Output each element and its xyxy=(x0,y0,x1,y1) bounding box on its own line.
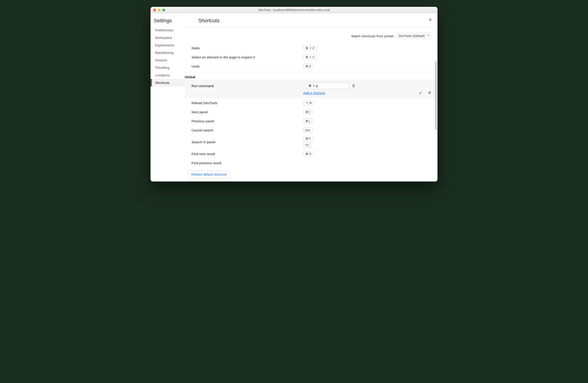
add-shortcut-link[interactable]: Add a shortcut xyxy=(303,91,325,95)
keyboard-shortcut: ⌥ R xyxy=(303,100,314,106)
sidebar-item-workspace[interactable]: Workspace xyxy=(150,34,185,41)
shortcut-row: Previous panel⌘ [ xyxy=(185,116,438,126)
sidebar-item-devices[interactable]: Devices xyxy=(150,57,185,64)
window-close-icon[interactable] xyxy=(153,9,156,11)
shortcut-label: Reload DevTools xyxy=(191,101,303,105)
close-icon[interactable]: ✕ xyxy=(429,17,432,22)
shortcut-row: Find previous result xyxy=(185,158,438,167)
window-titlebar: DevTools - localhost:8080/demo/accessibl… xyxy=(150,7,438,13)
sidebar-item-locations[interactable]: Locations xyxy=(150,71,185,79)
shortcuts-scroll: Redo⌘ ⇧ ZSelect an element in the page t… xyxy=(185,43,438,181)
restore-defaults-button[interactable]: Restore default shortcuts xyxy=(188,171,230,178)
shortcut-edit-row: Run command🗑Add a shortcut✓✕ xyxy=(185,80,438,98)
devtools-settings-window: DevTools - localhost:8080/demo/accessibl… xyxy=(150,7,438,181)
keyboard-shortcut: ⌘ Z xyxy=(303,64,313,69)
confirm-icon[interactable]: ✓ xyxy=(419,90,423,96)
sidebar-item-shortcuts[interactable]: Shortcuts xyxy=(150,79,185,86)
sidebar-item-experiments[interactable]: Experiments xyxy=(150,41,185,49)
sidebar-item-preferences[interactable]: Preferences xyxy=(150,26,185,34)
shortcut-label: Search in panel xyxy=(191,140,303,144)
window-zoom-icon[interactable] xyxy=(162,9,165,11)
shortcut-row: Select an element in the page to inspect… xyxy=(185,53,438,62)
settings-main: ✕ Shortcuts Match shortcuts from preset … xyxy=(185,13,438,181)
shortcut-keys: ⌘ FF3 xyxy=(303,136,431,148)
preset-label: Match shortcuts from preset xyxy=(351,34,394,38)
settings-sidebar: Settings PreferencesWorkspaceExperiments… xyxy=(150,13,185,181)
trash-icon[interactable]: 🗑 xyxy=(352,84,356,88)
keyboard-shortcut: ⌘ [ xyxy=(303,118,312,124)
shortcut-label: Previous panel xyxy=(191,119,303,123)
shortcut-label: Undo xyxy=(191,64,303,68)
section-heading: Global xyxy=(185,72,438,80)
keyboard-shortcut: ⌘ ] xyxy=(303,109,312,115)
preset-select[interactable]: DevTools (Default) xyxy=(397,33,431,39)
shortcut-keys: ⌘ Z xyxy=(303,64,431,69)
keyboard-shortcut: ⌘ ⇧ Z xyxy=(303,45,316,51)
shortcut-row: Search in panel⌘ FF3 xyxy=(185,135,438,149)
shortcut-row: Redo⌘ ⇧ Z xyxy=(185,43,438,53)
cancel-icon[interactable]: ✕ xyxy=(428,90,432,96)
shortcut-label: Redo xyxy=(191,46,303,50)
keyboard-shortcut: ⌘ G xyxy=(303,151,314,156)
window-minimize-icon[interactable] xyxy=(158,9,161,11)
keyboard-shortcut: Esc xyxy=(303,128,313,133)
keyboard-shortcut: F3 xyxy=(303,143,311,148)
shortcut-keys: ⌘ ⇧ Z xyxy=(303,45,431,51)
shortcut-row: Cancel searchEsc xyxy=(185,126,438,135)
shortcut-label: Cancel search xyxy=(191,128,303,132)
shortcut-label: Next panel xyxy=(191,110,303,114)
shortcut-keys: ⌘ G xyxy=(303,151,431,156)
shortcut-row: Next panel⌘ ] xyxy=(185,107,438,116)
shortcut-input[interactable] xyxy=(306,82,349,89)
shortcut-label: Select an element in the page to inspect… xyxy=(191,55,303,59)
shortcut-row: Reload DevTools⌥ R xyxy=(185,98,438,107)
settings-heading: Settings xyxy=(150,18,185,26)
sidebar-item-blackboxing[interactable]: Blackboxing xyxy=(150,49,185,57)
window-traffic-lights xyxy=(153,9,165,11)
shortcut-keys: Esc xyxy=(303,128,431,133)
shortcut-keys: ⌘ [ xyxy=(303,118,431,124)
shortcut-label: Find previous result xyxy=(191,161,303,165)
shortcut-label: Run command xyxy=(191,84,303,88)
sidebar-item-throttling[interactable]: Throttling xyxy=(150,64,185,71)
preset-row: Match shortcuts from preset DevTools (De… xyxy=(185,27,438,43)
shortcut-row: Undo⌘ Z xyxy=(185,62,438,71)
keyboard-shortcut: ⌘ F xyxy=(303,136,313,141)
page-header: Shortcuts xyxy=(185,13,438,27)
shortcut-keys: ⌘ ⇧ C xyxy=(303,55,431,60)
window-title: DevTools - localhost:8080/demo/accessibl… xyxy=(150,8,438,12)
page-title: Shortcuts xyxy=(185,18,220,24)
shortcut-label: Find next result xyxy=(191,152,303,156)
settings-content: Settings PreferencesWorkspaceExperiments… xyxy=(150,13,438,181)
shortcut-keys: ⌥ R xyxy=(303,100,431,106)
shortcut-keys: ⌘ ] xyxy=(303,109,431,115)
keyboard-shortcut: ⌘ ⇧ C xyxy=(303,55,317,60)
shortcut-row: Find next result⌘ G xyxy=(185,149,438,158)
scrollbar-thumb[interactable] xyxy=(435,62,437,130)
